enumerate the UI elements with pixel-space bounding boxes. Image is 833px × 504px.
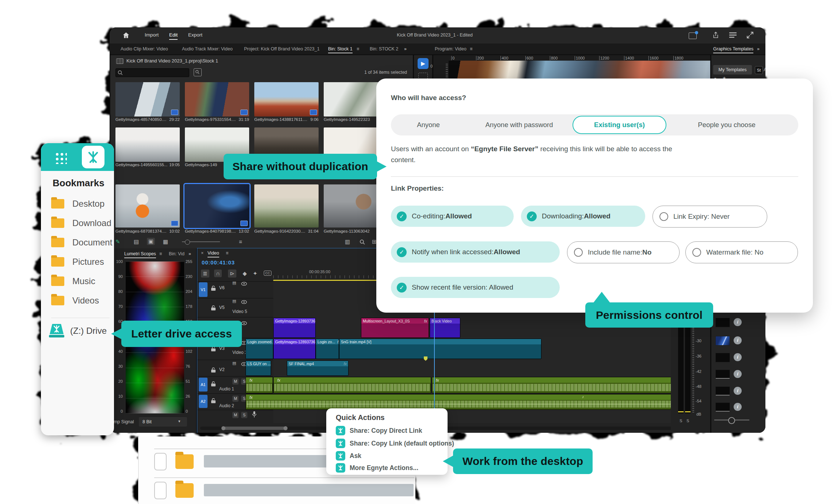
tab-audio-track-mixer[interactable]: Audio Track Mixer: Video (182, 46, 233, 51)
template-thumb[interactable] (715, 353, 730, 362)
template-info-icon[interactable]: i (734, 370, 742, 378)
clip-thumbnail-selected[interactable] (185, 184, 249, 228)
track-v2-label[interactable]: V2 (219, 367, 225, 372)
row-checkbox[interactable] (154, 453, 167, 470)
tab-bin-stock1[interactable]: Bin: Stock 1 (328, 46, 353, 53)
timeline-menu-icon[interactable]: ≡ (226, 251, 228, 256)
template-thumb[interactable] (715, 318, 730, 327)
program-menu-icon[interactable]: ≡ (470, 46, 472, 51)
pill-downloading[interactable]: ✓Downloading: Allowed (521, 206, 645, 227)
mic-icon[interactable] (252, 411, 256, 418)
list-row[interactable] (139, 481, 415, 501)
graphics-overflow-icon[interactable]: » (757, 46, 760, 51)
template-thumb[interactable] (715, 370, 730, 379)
track-v6-label[interactable]: V6 (219, 285, 225, 290)
premiere-play-button[interactable]: ▶ (418, 58, 429, 69)
meter-solo-right[interactable]: S (686, 419, 689, 423)
template-info-icon[interactable]: i (734, 387, 742, 395)
timeline-timecode[interactable]: 00:00:41:03 (202, 259, 235, 266)
clip-thumbnail[interactable] (254, 184, 319, 228)
app-grid-icon[interactable] (55, 152, 67, 164)
bin-menu-icon[interactable]: ≡ (357, 46, 359, 51)
track-film-icon[interactable]: ▤ (232, 299, 236, 303)
lumetri-overflow-icon[interactable]: » (189, 251, 191, 256)
tab-lumetri-scopes[interactable]: Lumetri Scopes (124, 251, 156, 258)
share-export-icon[interactable] (712, 31, 720, 39)
audio-clip[interactable]: fx (246, 377, 273, 393)
bookmark-desktop[interactable]: Desktop (51, 199, 113, 209)
timeline-clip[interactable]: SF FINAL.mp4fx (287, 360, 349, 376)
lock-icon[interactable] (211, 398, 216, 403)
menu-export[interactable]: Export (188, 32, 202, 38)
lock-icon[interactable] (211, 346, 216, 351)
source-a2-badge[interactable]: A2 (199, 395, 208, 408)
scrollbar-knob-left[interactable] (221, 426, 225, 430)
bookmark-z-drive[interactable]: (Z:) Drive (49, 324, 113, 338)
track-eye-icon[interactable] (241, 282, 247, 286)
insert-tool-icon[interactable]: ≣ (201, 270, 209, 278)
meter-solo-left[interactable]: S (680, 419, 682, 423)
snap-magnet-icon[interactable]: ∩ (214, 270, 222, 277)
bookmark-pictures[interactable]: Pictures (51, 257, 113, 267)
tab-graphics-templates[interactable]: Graphics Templates (713, 46, 753, 53)
clip-thumbnail[interactable] (115, 82, 180, 117)
find-icon[interactable] (360, 239, 365, 245)
timeline-close-icon[interactable]: × (201, 251, 204, 256)
audio-clip[interactable]: fx♪ (246, 394, 683, 410)
automate-sequence-icon[interactable]: ▥ (345, 238, 350, 245)
linked-selection-icon[interactable]: ⊳ (228, 270, 236, 278)
option-anyone-with-password[interactable]: Anyone with password (466, 121, 573, 129)
source-a1-badge[interactable]: A1 (199, 378, 208, 392)
track-eye-icon[interactable] (241, 321, 247, 325)
settings-wrench-icon[interactable]: ✦ (253, 270, 258, 277)
tab-bin-vid[interactable]: Bin: Vid (169, 251, 185, 256)
lock-icon[interactable] (211, 381, 216, 386)
clip-thumbnail[interactable] (115, 184, 180, 228)
template-info-icon[interactable]: i (734, 336, 742, 344)
audio-clip[interactable]: fx (432, 377, 683, 393)
stock-badge[interactable]: St (755, 66, 763, 74)
tab-audio-clip-mixer[interactable]: Audio Clip Mixer: Video (121, 46, 168, 51)
tab-timeline-video[interactable]: Video (208, 251, 219, 257)
timeline-scrollbar-thumb[interactable] (224, 427, 286, 430)
tab-project[interactable]: Project: Kick Off Brand Video 2023_1 (244, 46, 320, 51)
template-zoom-slider[interactable] (714, 420, 749, 420)
bin-search-icon[interactable] (194, 68, 202, 76)
egnyte-logo-tile[interactable] (82, 146, 104, 168)
option-anyone[interactable]: Anyone (391, 121, 466, 129)
audio-clip[interactable]: fx (273, 377, 431, 393)
timeline-clip[interactable]: Multiscreen_Layout_X3_0Sfx (361, 318, 429, 338)
mute-button[interactable]: M (232, 396, 239, 402)
timeline-clip[interactable]: Login zo...fx (316, 339, 339, 359)
captions-icon[interactable]: CC (264, 271, 271, 276)
lock-icon[interactable] (211, 286, 216, 291)
template-thumb[interactable] (715, 336, 730, 345)
mute-button[interactable]: M (232, 378, 239, 385)
bookmark-videos[interactable]: Videos (51, 295, 113, 306)
template-info-icon[interactable]: i (734, 403, 742, 411)
option-existing-users-selected[interactable]: Existing user(s) (573, 116, 666, 134)
template-thumb[interactable] (715, 386, 730, 396)
tab-bin-stock2[interactable]: Bin: STOCK 2 (370, 46, 398, 51)
scrollbar-knob-right[interactable] (284, 426, 288, 430)
pill-notify-link-accessed[interactable]: ✓Notify when link accessed: Allowed (391, 241, 560, 263)
pill-include-file-name[interactable]: Include file name: No (567, 241, 680, 263)
template-info-icon[interactable]: i (734, 353, 742, 361)
menu-edit[interactable]: Edit (169, 32, 178, 40)
template-zoom-knob[interactable] (728, 417, 735, 424)
track-eye-icon[interactable] (241, 300, 247, 304)
clip-thumbnail[interactable] (254, 82, 319, 117)
timeline-clip[interactable]: GettyImages-1289373604...fx (273, 339, 316, 359)
bit-depth-chevron-icon[interactable]: ▾ (178, 419, 180, 424)
lock-icon[interactable] (211, 367, 216, 373)
new-item-icon[interactable]: ⊞ (372, 238, 377, 245)
edit-pencil-icon[interactable]: ✎ (115, 238, 120, 245)
menu-item-copy-link-default[interactable]: Share: Copy Link (default options) (336, 439, 454, 448)
timeline-clip[interactable]: SnG train.mp4 [V] (339, 339, 541, 359)
search-input[interactable] (115, 68, 189, 77)
option-people-you-choose[interactable]: People you choose (666, 121, 787, 129)
clip-thumbnail[interactable] (115, 127, 180, 162)
my-templates-button[interactable]: My Templates (713, 65, 752, 75)
sort-icon[interactable]: ≡ (239, 238, 242, 245)
template-thumb[interactable] (715, 402, 730, 412)
